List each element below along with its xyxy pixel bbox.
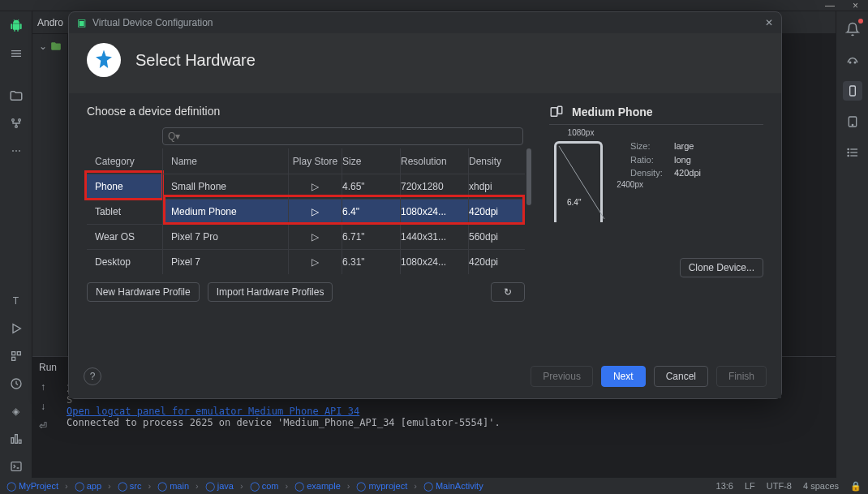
svg-rect-14 bbox=[849, 86, 855, 96]
svg-rect-4 bbox=[11, 352, 15, 355]
svg-point-1 bbox=[18, 119, 20, 122]
next-button[interactable]: Next bbox=[601, 366, 646, 387]
device-row[interactable]: Pixel 7 Pro ▷ 6.71" 1440x31... 560dpi bbox=[163, 224, 525, 249]
scrollbar[interactable] bbox=[526, 148, 531, 205]
finish-button: Finish bbox=[716, 366, 767, 387]
project-view-label: Andro bbox=[37, 17, 63, 28]
category-item-tablet[interactable]: Tablet bbox=[87, 199, 162, 224]
android-icon: ▣ bbox=[77, 17, 86, 28]
breadcrumbs[interactable]: ◯ MyProject›◯ app›◯ src›◯ main›◯ java›◯ … bbox=[6, 481, 483, 492]
refresh-button[interactable]: ↻ bbox=[491, 282, 525, 302]
devices-icon bbox=[549, 105, 564, 119]
cancel-button[interactable]: Cancel bbox=[654, 366, 708, 387]
device-specs: Size:large Ratio:long Density:420dpi bbox=[630, 140, 701, 180]
file-encoding[interactable]: UTF-8 bbox=[767, 481, 792, 492]
playstore-icon: ▷ bbox=[312, 181, 319, 192]
device-manager-icon[interactable] bbox=[843, 81, 862, 101]
device-row[interactable]: Pixel 7 ▷ 6.31" 1080x24... 420dpi bbox=[163, 249, 525, 274]
svg-rect-6 bbox=[11, 357, 15, 360]
new-hardware-profile-button[interactable]: New Hardware Profile bbox=[87, 282, 200, 302]
notifications-icon[interactable] bbox=[843, 19, 862, 39]
run-tab-label[interactable]: Run bbox=[39, 362, 57, 373]
previous-button: Previous bbox=[531, 366, 593, 387]
close-icon[interactable]: ✕ bbox=[765, 17, 773, 28]
svg-rect-23 bbox=[551, 108, 557, 117]
device-preview: 1080px 2400px 6.4" bbox=[549, 140, 612, 229]
category-header: Category bbox=[87, 148, 162, 174]
device-config-dialog: ▣ Virtual Device Configuration ✕ Select … bbox=[68, 11, 782, 399]
svg-point-21 bbox=[848, 152, 849, 152]
svg-point-16 bbox=[852, 124, 853, 125]
svg-rect-8 bbox=[11, 438, 14, 444]
clone-device-button[interactable]: Clone Device... bbox=[680, 258, 763, 277]
device-row[interactable]: Small Phone ▷ 4.65" 720x1280 xhdpi bbox=[163, 174, 525, 199]
preview-title: Medium Phone bbox=[572, 105, 653, 118]
scroll-up-icon[interactable]: ↑ bbox=[41, 381, 45, 393]
terminal-icon[interactable] bbox=[6, 457, 26, 476]
import-hardware-profiles-button[interactable]: Import Hardware Profiles bbox=[208, 282, 333, 302]
dialog-title: Virtual Device Configuration bbox=[92, 17, 213, 28]
dialog-header: Select Hardware bbox=[135, 51, 256, 70]
window-minimize[interactable]: — bbox=[825, 0, 835, 11]
folder-icon[interactable] bbox=[6, 86, 26, 105]
svg-point-22 bbox=[848, 155, 849, 156]
caret-position[interactable]: 13:6 bbox=[716, 481, 733, 492]
wizard-badge-icon bbox=[87, 43, 121, 77]
scroll-down-icon[interactable]: ↓ bbox=[41, 401, 45, 412]
device-search-input[interactable] bbox=[162, 127, 523, 145]
category-item-desktop[interactable]: Desktop bbox=[87, 249, 162, 274]
svg-point-0 bbox=[11, 119, 14, 122]
indent-settings[interactable]: 4 spaces bbox=[803, 481, 839, 492]
svg-rect-5 bbox=[17, 352, 20, 355]
window-close[interactable]: × bbox=[853, 0, 858, 11]
build-icon[interactable] bbox=[6, 346, 26, 366]
line-separator[interactable]: LF bbox=[745, 481, 755, 492]
svg-point-13 bbox=[854, 62, 856, 63]
category-item-phone[interactable]: Phone bbox=[87, 174, 162, 199]
more-icon[interactable]: ⋯ bbox=[6, 141, 26, 161]
lock-icon[interactable]: 🔒 bbox=[850, 481, 862, 492]
playstore-icon: ▷ bbox=[312, 206, 319, 217]
help-button[interactable]: ? bbox=[84, 367, 101, 385]
section-title: Choose a device definition bbox=[87, 105, 525, 118]
svg-rect-24 bbox=[558, 106, 562, 114]
gradle-icon[interactable] bbox=[843, 50, 862, 70]
svg-point-20 bbox=[848, 148, 849, 149]
run-icon[interactable] bbox=[6, 319, 26, 338]
profiler-icon[interactable] bbox=[6, 429, 26, 449]
svg-point-2 bbox=[15, 126, 17, 128]
playstore-icon: ▷ bbox=[312, 256, 319, 268]
emulator-icon[interactable] bbox=[843, 112, 862, 131]
svg-point-12 bbox=[849, 62, 851, 63]
svg-marker-3 bbox=[13, 324, 20, 333]
structure-icon[interactable] bbox=[6, 114, 26, 133]
list-icon[interactable] bbox=[843, 143, 862, 162]
svg-rect-10 bbox=[19, 440, 21, 443]
category-item-wear[interactable]: Wear OS bbox=[87, 224, 162, 249]
inspect-icon[interactable]: ◈ bbox=[6, 402, 26, 421]
android-icon[interactable] bbox=[6, 16, 26, 36]
text-icon[interactable]: T bbox=[6, 291, 26, 311]
playstore-icon: ▷ bbox=[312, 231, 319, 243]
log-line: Connected to process 2625 on device 'Med… bbox=[67, 417, 501, 428]
device-table-header: Name Play Store Size Resolution Density bbox=[163, 148, 525, 174]
history-icon[interactable] bbox=[6, 374, 26, 393]
status-bar: ◯ MyProject›◯ app›◯ src›◯ main›◯ java›◯ … bbox=[0, 478, 868, 494]
left-tool-rail: ⋯ T ◈ bbox=[0, 11, 32, 494]
svg-line-25 bbox=[559, 146, 604, 219]
svg-rect-11 bbox=[11, 462, 21, 471]
menu-icon[interactable] bbox=[6, 44, 26, 63]
window-titlebar: — × bbox=[0, 0, 868, 11]
softwrap-icon[interactable]: ⏎ bbox=[39, 420, 47, 432]
right-tool-rail bbox=[836, 11, 868, 494]
logcat-link[interactable]: Open logcat panel for emulator Medium Ph… bbox=[67, 406, 359, 417]
svg-rect-9 bbox=[15, 435, 17, 444]
device-row[interactable]: Medium Phone ▷ 6.4" 1080x24... 420dpi bbox=[163, 199, 525, 224]
